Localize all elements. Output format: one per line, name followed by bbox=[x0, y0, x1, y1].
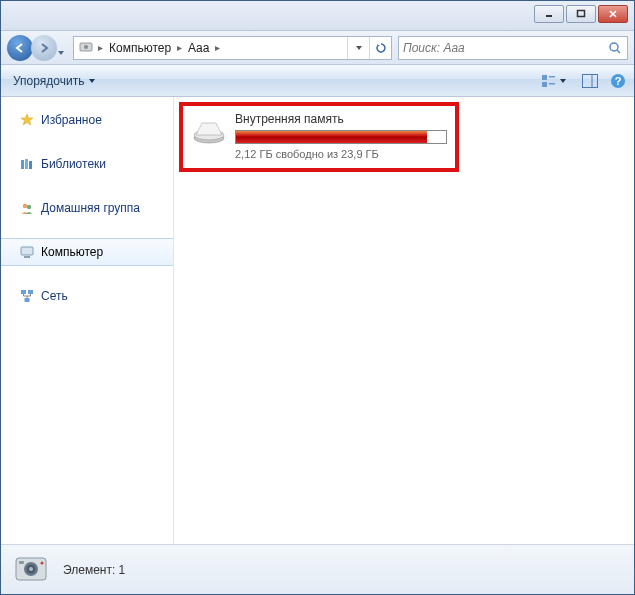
svg-point-6 bbox=[610, 43, 618, 51]
svg-rect-8 bbox=[542, 75, 547, 80]
titlebar bbox=[1, 1, 634, 31]
sidebar-item-network[interactable]: Сеть bbox=[1, 283, 173, 309]
svg-rect-16 bbox=[21, 160, 24, 169]
svg-rect-25 bbox=[25, 298, 30, 302]
sidebar-item-label: Сеть bbox=[41, 289, 68, 303]
chevron-right-icon: ▸ bbox=[175, 42, 184, 53]
explorer-window: ▸ Компьютер ▸ Aaa ▸ Упорядочить bbox=[0, 0, 635, 595]
view-mode-button[interactable] bbox=[536, 71, 572, 91]
svg-point-5 bbox=[84, 45, 88, 49]
nav-buttons bbox=[7, 34, 67, 62]
search-input[interactable] bbox=[403, 41, 607, 55]
search-icon bbox=[607, 40, 623, 56]
svg-point-35 bbox=[29, 567, 33, 571]
capacity-fill bbox=[236, 131, 427, 143]
svg-rect-12 bbox=[583, 74, 598, 87]
drive-free-text: 2,12 ГБ свободно из 23,9 ГБ bbox=[235, 148, 447, 160]
refresh-button[interactable] bbox=[369, 37, 391, 59]
back-button[interactable] bbox=[7, 35, 33, 61]
sidebar-item-label: Избранное bbox=[41, 113, 102, 127]
drive-item[interactable]: Внутренняя память 2,12 ГБ свободно из 23… bbox=[179, 102, 459, 172]
device-large-icon bbox=[11, 551, 53, 589]
body: Избранное Библиотеки Домашняя группа Ком… bbox=[1, 97, 634, 544]
svg-rect-18 bbox=[29, 161, 32, 169]
network-icon bbox=[19, 288, 35, 304]
toolbar: Упорядочить ? bbox=[1, 65, 634, 97]
content-pane[interactable]: Внутренняя память 2,12 ГБ свободно из 23… bbox=[174, 97, 634, 544]
svg-point-19 bbox=[23, 204, 27, 208]
drive-name: Внутренняя память bbox=[235, 112, 447, 126]
drive-icon bbox=[191, 116, 227, 146]
sidebar-item-homegroup[interactable]: Домашняя группа bbox=[1, 195, 173, 221]
status-items-count: Элемент: 1 bbox=[63, 563, 125, 577]
organize-button[interactable]: Упорядочить bbox=[7, 71, 102, 91]
svg-rect-11 bbox=[549, 83, 555, 85]
nav-history-dropdown[interactable] bbox=[57, 43, 65, 61]
status-bar: Элемент: 1 bbox=[1, 544, 634, 594]
sidebar-item-computer[interactable]: Компьютер bbox=[1, 238, 173, 266]
organize-label: Упорядочить bbox=[13, 74, 84, 88]
libraries-icon bbox=[19, 156, 35, 172]
homegroup-icon bbox=[19, 200, 35, 216]
svg-rect-9 bbox=[549, 76, 555, 78]
capacity-bar bbox=[235, 130, 447, 144]
close-button[interactable] bbox=[598, 5, 628, 23]
navigation-pane: Избранное Библиотеки Домашняя группа Ком… bbox=[1, 97, 174, 544]
sidebar-item-label: Компьютер bbox=[41, 245, 103, 259]
svg-point-20 bbox=[27, 205, 31, 209]
svg-rect-36 bbox=[19, 561, 24, 564]
svg-rect-24 bbox=[28, 290, 33, 294]
chevron-right-icon: ▸ bbox=[213, 42, 222, 53]
svg-rect-17 bbox=[25, 159, 28, 169]
sidebar-item-label: Библиотеки bbox=[41, 157, 106, 171]
breadcrumb-folder[interactable]: Aaa bbox=[184, 37, 213, 59]
minimize-button[interactable] bbox=[534, 5, 564, 23]
sidebar-item-favorites[interactable]: Избранное bbox=[1, 107, 173, 133]
svg-point-37 bbox=[41, 561, 44, 564]
search-box[interactable] bbox=[398, 36, 628, 60]
svg-text:?: ? bbox=[615, 75, 622, 87]
svg-rect-1 bbox=[578, 11, 585, 17]
preview-pane-button[interactable] bbox=[580, 71, 600, 91]
breadcrumb-computer[interactable]: Компьютер bbox=[105, 37, 175, 59]
maximize-button[interactable] bbox=[566, 5, 596, 23]
svg-rect-22 bbox=[24, 256, 30, 258]
star-icon bbox=[19, 112, 35, 128]
sidebar-item-libraries[interactable]: Библиотеки bbox=[1, 151, 173, 177]
svg-line-7 bbox=[617, 50, 620, 53]
device-icon bbox=[78, 40, 94, 56]
forward-button[interactable] bbox=[31, 35, 57, 61]
address-bar[interactable]: ▸ Компьютер ▸ Aaa ▸ bbox=[73, 36, 392, 60]
nav-row: ▸ Компьютер ▸ Aaa ▸ bbox=[1, 31, 634, 65]
drive-info: Внутренняя память 2,12 ГБ свободно из 23… bbox=[235, 112, 447, 160]
address-dropdown-button[interactable] bbox=[347, 37, 369, 59]
svg-rect-21 bbox=[21, 247, 33, 255]
computer-icon bbox=[19, 244, 35, 260]
chevron-right-icon: ▸ bbox=[96, 42, 105, 53]
svg-rect-10 bbox=[542, 82, 547, 87]
help-button[interactable]: ? bbox=[608, 71, 628, 91]
sidebar-item-label: Домашняя группа bbox=[41, 201, 140, 215]
svg-rect-23 bbox=[21, 290, 26, 294]
